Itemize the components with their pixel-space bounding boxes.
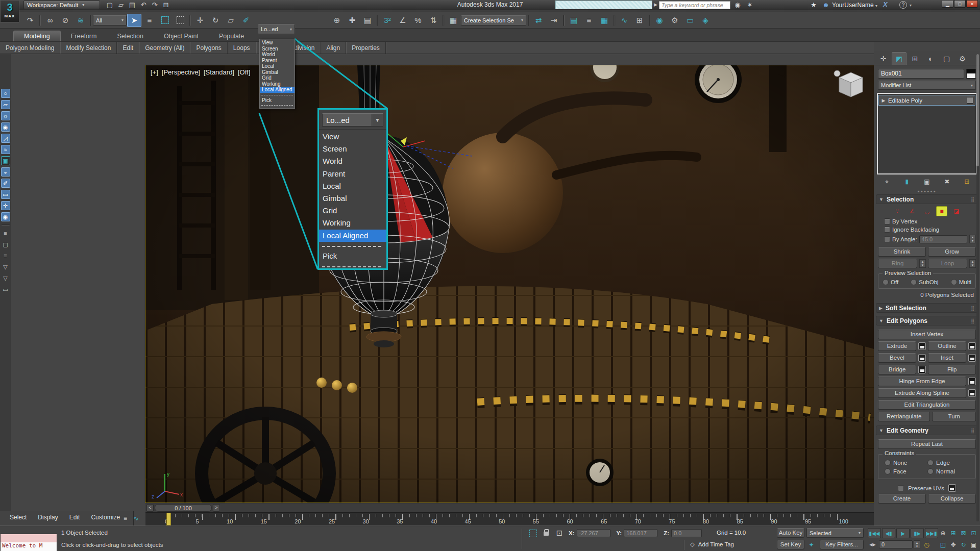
stack-item-editable-poly[interactable]: ▶ Editable Poly <box>879 95 975 105</box>
dropdown-option[interactable]: View <box>319 131 386 143</box>
configure-modifier-sets-icon[interactable]: ⊞ <box>961 177 972 187</box>
minimize-button[interactable]: ▁ <box>942 0 953 8</box>
angle-snap-icon[interactable]: ∠ <box>396 14 410 27</box>
zoom-region-icon[interactable]: ◰ <box>938 540 948 549</box>
unlink-selection-icon[interactable]: ⊘ <box>58 14 72 27</box>
new-scene-icon[interactable]: ▢ <box>104 1 115 9</box>
dropdown-option[interactable] <box>319 242 386 250</box>
pan-icon[interactable]: ✥ <box>948 540 958 549</box>
dropdown-option[interactable] <box>260 93 295 97</box>
display-xrefs-icon[interactable]: ✛ <box>1 201 10 210</box>
utilities-tab[interactable]: ⚙ <box>955 52 970 65</box>
ribbon-panel-title[interactable]: Polygon Modeling <box>0 42 60 54</box>
x-coordinate-field[interactable]: -27.267 <box>577 529 610 537</box>
filter-icon[interactable]: ▽ <box>1 273 10 283</box>
dropdown-option[interactable]: World <box>260 52 295 58</box>
remove-modifier-icon[interactable]: ✖ <box>941 177 952 187</box>
next-key-button[interactable]: > <box>213 504 220 512</box>
bevel-button[interactable]: Bevel <box>878 353 916 363</box>
collapse-button[interactable]: Collapse <box>928 494 976 504</box>
extrude-along-spline-button[interactable]: Extrude Along Spline <box>878 388 966 398</box>
display-containers-icon[interactable]: ▭ <box>1 190 10 199</box>
dropdown-option[interactable]: Working <box>319 217 386 229</box>
display-none-icon[interactable]: ○ <box>1 89 10 98</box>
field-of-view-icon[interactable]: ⊡ <box>969 528 978 538</box>
make-unique-icon[interactable]: ▣ <box>921 177 933 187</box>
extrude-spline-settings-icon[interactable] <box>968 389 976 397</box>
dropdown-option[interactable]: Local <box>319 180 386 192</box>
perspective-viewport[interactable]: [+] [Perspective] [Standard] [Off] y x z <box>145 65 874 503</box>
current-frame-field[interactable]: 0 <box>879 540 913 548</box>
ribbon-toggle-icon[interactable]: ▦ <box>597 14 611 27</box>
show-end-result-icon[interactable]: ▮ <box>901 177 913 187</box>
exchange-apps-icon[interactable]: X <box>883 1 888 8</box>
next-frame-button[interactable]: ▮▶ <box>911 528 924 538</box>
username-menu[interactable]: YourUserName ▾ <box>832 2 877 9</box>
undo-drop-icon[interactable]: ↶ <box>138 1 149 9</box>
redo-drop-icon[interactable]: ↷ <box>149 1 160 9</box>
time-slider-value[interactable]: 0 / 100 <box>155 504 212 512</box>
extrude-button[interactable]: Extrude <box>878 341 916 351</box>
by-angle-checkbox[interactable] <box>884 236 890 242</box>
ribbon-panel-title[interactable]: Align <box>321 42 346 54</box>
schematic-view-icon[interactable]: ⊞ <box>632 14 647 27</box>
named-selection-set-dropdown[interactable]: Create Selection Se▾ <box>461 15 526 26</box>
key-mode-dropdown[interactable]: Selected▾ <box>806 528 864 538</box>
select-and-move-icon[interactable]: ✛ <box>193 14 207 27</box>
dropdown-option[interactable]: View <box>260 40 295 46</box>
zoom-icon[interactable]: ⊕ <box>938 528 948 538</box>
spinner-snap-icon[interactable]: ⇅ <box>426 14 440 27</box>
time-configuration-icon[interactable]: ◷ <box>922 540 932 549</box>
communication-center-icon[interactable]: ✶ <box>744 1 755 9</box>
select-and-place-icon[interactable]: ✐ <box>239 14 253 27</box>
edge-mode-icon[interactable]: ∠ <box>906 206 918 216</box>
select-and-link-icon[interactable]: ∞ <box>43 14 57 27</box>
modifier-list-dropdown[interactable]: Modifier List▾ <box>878 81 976 90</box>
snap-toggle-icon[interactable]: 3² <box>380 14 395 27</box>
display-spacewarps-icon[interactable]: ≈ <box>1 145 10 154</box>
create-tab[interactable]: ✛ <box>876 52 891 65</box>
angle-spinner[interactable]: ▲▼ <box>969 235 976 243</box>
explorer-menu-item[interactable]: Select <box>4 514 32 521</box>
radio-option[interactable]: Multi <box>951 279 971 285</box>
dropdown-option[interactable]: Grid <box>319 205 386 217</box>
select-by-name-icon[interactable]: ≡ <box>142 14 157 27</box>
radio-option[interactable]: Edge <box>927 460 969 466</box>
bevel-settings-icon[interactable] <box>918 354 926 362</box>
align-icon[interactable]: ⇥ <box>547 14 561 27</box>
display-shapes-icon[interactable]: ▱ <box>1 100 10 109</box>
percent-snap-icon[interactable]: % <box>411 14 425 27</box>
edit-geometry-rollout-header[interactable]: ▼ Edit Geometry ⣿ <box>876 425 978 435</box>
bind-to-spacewarp-icon[interactable]: ≋ <box>74 14 88 27</box>
ring-button[interactable]: Ring <box>878 259 917 268</box>
favorites-star-icon[interactable]: ★ <box>808 1 819 9</box>
set-key-button[interactable]: Set Key <box>777 540 804 549</box>
render-setup-icon[interactable]: ⚙ <box>668 14 682 27</box>
vertex-mode-icon[interactable]: ∵ <box>892 206 903 216</box>
rendered-frame-icon[interactable]: ▭ <box>683 14 697 27</box>
angle-value-field[interactable]: 45.0 <box>919 235 967 243</box>
selection-lock-icon[interactable] <box>541 527 552 537</box>
select-and-rotate-icon[interactable]: ↻ <box>208 14 223 27</box>
loop-spinner[interactable]: ▲▼ <box>969 259 976 268</box>
help-icon[interactable]: ? <box>899 1 907 9</box>
reference-coordinate-dropdown[interactable]: Lo...ed▾ <box>258 24 295 34</box>
radio-option[interactable]: Off <box>883 279 898 285</box>
dropdown-option[interactable]: Screen <box>319 143 386 155</box>
expand-arrow-icon[interactable]: ▶ <box>879 98 888 103</box>
ribbon-panel-title[interactable]: Polygons <box>190 42 227 54</box>
display-frozen-icon[interactable]: ◉ <box>1 212 10 221</box>
infocenter-expand-icon[interactable]: ▶ <box>654 2 657 7</box>
dropdown-option[interactable]: Parent <box>319 168 386 180</box>
viewport-extra-menu[interactable]: [Off] <box>238 68 250 76</box>
time-slider-handle[interactable] <box>166 513 171 525</box>
zoom-all-icon[interactable]: ⊞ <box>948 528 958 538</box>
viewport-pov-menu[interactable]: [Perspective] <box>162 68 200 76</box>
soft-selection-rollout-header[interactable]: ▶ Soft Selection ⣿ <box>876 303 978 313</box>
3dsmax-logo[interactable]: 3 MAX <box>0 0 19 22</box>
absolute-offset-toggle-icon[interactable]: ⊡ <box>554 528 565 538</box>
modify-tab[interactable]: ◩ <box>892 52 906 65</box>
go-to-start-button[interactable]: ▮◀◀ <box>868 528 881 538</box>
ribbon-panel-title[interactable]: Edit <box>117 42 139 54</box>
shrink-button[interactable]: Shrink <box>878 247 926 257</box>
